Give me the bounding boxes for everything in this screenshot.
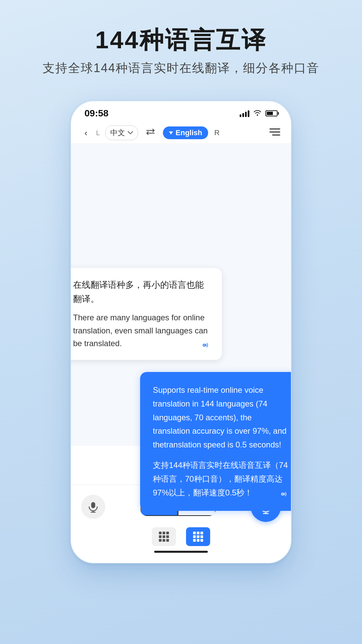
keyboard-row xyxy=(81,527,281,546)
svg-rect-0 xyxy=(269,128,280,129)
keyboard-grid-icon-active xyxy=(193,532,203,542)
left-bubble: 在线翻译语种多，再小的语言也能翻译。 There are many langua… xyxy=(70,268,222,360)
status-bar: 09:58 xyxy=(71,101,291,122)
right-bubble: Supports real-time online voice translat… xyxy=(140,372,292,511)
phone-wrapper: 09:58 xyxy=(57,101,305,610)
signal-icon xyxy=(240,110,249,117)
back-button[interactable]: ‹ xyxy=(81,126,91,140)
left-bubble-zh: 在线翻译语种多，再小的语言也能翻译。 xyxy=(73,278,210,306)
status-time: 09:58 xyxy=(84,108,109,119)
keyboard-button-left[interactable] xyxy=(152,527,176,546)
battery-icon xyxy=(265,110,278,116)
keyboard-button-right[interactable] xyxy=(186,527,210,546)
nav-bar: ‹ L 中文 English xyxy=(71,122,291,144)
right-bubble-en: Supports real-time online voice translat… xyxy=(153,383,288,452)
left-bubble-wrap: 在线翻译语种多，再小的语言也能翻译。 There are many langua… xyxy=(70,268,222,360)
main-title: 144种语言互译 xyxy=(0,27,362,53)
page-header: 144种语言互译 支持全球144种语言实时在线翻译，细分各种口音 xyxy=(0,0,362,90)
mic-icon-left xyxy=(87,501,99,513)
flag-icon xyxy=(169,131,173,135)
audio-icon-right[interactable] xyxy=(280,488,288,503)
left-bubble-en: There are many languages for online tran… xyxy=(73,311,210,350)
home-indicator xyxy=(154,551,208,553)
svg-rect-2 xyxy=(272,135,280,136)
svg-rect-1 xyxy=(269,131,280,132)
lang-left-prefix: L xyxy=(96,129,100,137)
lang-right-selector[interactable]: English xyxy=(163,126,208,139)
lang-left-selector[interactable]: 中文 xyxy=(105,125,138,140)
sub-title: 支持全球144种语言实时在线翻译，细分各种口音 xyxy=(0,60,362,76)
svg-rect-5 xyxy=(91,502,95,508)
right-bubble-zh: 支持144种语言实时在线语音互译（74种语言，70种口音），翻译精度高达97%以… xyxy=(153,459,288,499)
phone-mockup: 09:58 xyxy=(70,101,292,564)
svg-point-4 xyxy=(282,493,284,495)
lang-right-name: English xyxy=(176,128,202,137)
status-icons xyxy=(240,109,278,118)
lang-left-name: 中文 xyxy=(110,128,125,138)
mic-button-left[interactable] xyxy=(81,495,105,519)
page-background: 144种语言互译 支持全球144种语言实时在线翻译，细分各种口音 09:58 xyxy=(0,0,362,90)
right-bubble-wrap: Supports real-time online voice translat… xyxy=(140,372,292,511)
lang-right-prefix: R xyxy=(214,128,220,137)
chat-area: 在线翻译语种多，再小的语言也能翻译。 There are many langua… xyxy=(71,144,291,446)
wifi-icon xyxy=(253,109,261,118)
menu-icon[interactable] xyxy=(269,127,281,139)
chevron-down-icon xyxy=(128,131,133,135)
swap-icon[interactable] xyxy=(143,128,158,138)
keyboard-grid-icon xyxy=(159,532,169,542)
audio-icon-left[interactable] xyxy=(201,340,210,354)
svg-point-3 xyxy=(203,344,205,346)
